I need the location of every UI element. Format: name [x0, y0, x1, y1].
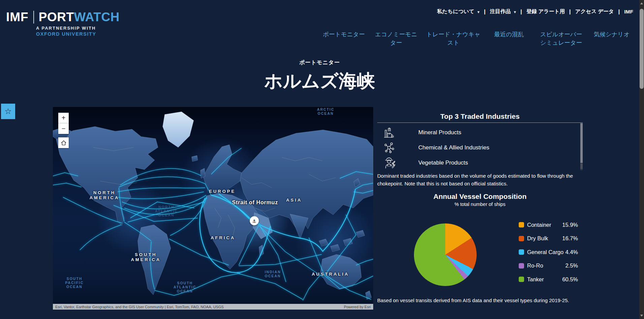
- logo-divider: [33, 11, 34, 24]
- legend-item-ro-ro[interactable]: Ro-Ro 2.5%: [519, 261, 578, 271]
- nav-featured-label: 注目作品: [490, 8, 511, 15]
- industries-scrollbar-end[interactable]: [580, 164, 583, 169]
- hero-eyebrow: ポートモニター: [0, 59, 639, 66]
- portwatch-wordmark: PORTWATCH: [39, 10, 120, 24]
- world-map[interactable]: NORTH AMERICA EUROPE ASIA AFRICA SOUTH A…: [53, 107, 373, 310]
- scroll-down-arrow[interactable]: [640, 315, 643, 317]
- page-title: ホルムズ海峡: [0, 69, 639, 94]
- pie-legend: Container 15.9% Dry Bulk 16.7% General C…: [519, 220, 578, 288]
- legend-swatch: [519, 277, 524, 282]
- chevron-down-icon: [514, 9, 516, 15]
- industries-note: Dominant traded industries based on the …: [377, 172, 584, 187]
- zoom-out-button[interactable]: −: [58, 123, 69, 134]
- nav-separator: [569, 8, 571, 15]
- industries-list: Mineral Products Chemical & Allied Indus…: [377, 122, 583, 172]
- vessel-composition-subtitle: % total number of ships: [377, 202, 583, 207]
- world-map-graphic: [53, 107, 373, 310]
- legend-label: Container: [527, 222, 551, 228]
- list-item: Mineral Products: [377, 125, 583, 140]
- vessel-composition-footnote: Based on vessel transits derived from AI…: [377, 297, 586, 303]
- legend-label: Tanker: [527, 276, 544, 283]
- legend-swatch: [519, 222, 524, 227]
- imf-wordmark: IMF: [6, 10, 29, 24]
- anchor-icon: ⚓: [252, 218, 257, 223]
- zoom-in-button[interactable]: +: [58, 113, 69, 123]
- tab-recent-disruptions[interactable]: 最近の混乱: [487, 30, 531, 39]
- nav-about[interactable]: 私たちについて: [437, 8, 480, 15]
- legend-item-container[interactable]: Container 15.9%: [519, 220, 578, 229]
- tab-economy-monitor[interactable]: エコノミーモニター: [372, 30, 420, 47]
- legend-label: Dry Bulk: [527, 235, 548, 242]
- nav-signup-alerts-label: 登録 アラート用: [526, 8, 565, 15]
- industries-scrollbar-thumb[interactable]: [580, 123, 583, 163]
- tab-spillover-simulator[interactable]: スピルオーバーシミュレーター: [537, 30, 585, 47]
- main-nav: ポートモニター エコノミーモニター トレード・ナウキャスト 最近の混乱 スピルオ…: [319, 30, 635, 47]
- favorite-button[interactable]: ☆: [1, 104, 15, 119]
- legend-item-general-cargo[interactable]: General Cargo 4.4%: [519, 247, 578, 257]
- scroll-up-arrow[interactable]: [640, 2, 643, 4]
- legend-swatch: [519, 236, 524, 241]
- portwatch-port: PORT: [39, 10, 74, 24]
- home-icon: [60, 140, 67, 146]
- industries-title: Top 3 Traded Industries: [377, 112, 583, 120]
- industry-label: Chemical & Allied Industries: [418, 144, 489, 151]
- partnership-tagline: A PARTNERSHIP WITH: [36, 26, 120, 31]
- legend-value: 16.7%: [562, 235, 578, 242]
- tab-port-monitor[interactable]: ポートモニター: [322, 30, 366, 39]
- nav-featured[interactable]: 注目作品: [490, 8, 516, 15]
- portwatch-watch: WATCH: [74, 10, 119, 24]
- industry-label: Mineral Products: [418, 129, 461, 136]
- nav-access-data-label: アクセス データ: [575, 8, 614, 15]
- legend-value: 2.5%: [565, 262, 578, 269]
- list-item: Vegetable Products: [377, 155, 583, 170]
- legend-swatch: [519, 249, 524, 255]
- attribution-sources: Esri, Vantor, Earthstar Geographics, and…: [55, 305, 224, 309]
- nav-separator: [520, 8, 522, 15]
- industries-scrollbar: [580, 123, 583, 170]
- map-attribution: Esri, Vantor, Earthstar Geographics, and…: [53, 304, 373, 310]
- vessel-composition-title: Annual Vessel Composition: [377, 192, 583, 201]
- chevron-down-icon: [477, 9, 480, 15]
- page-scrollbar: [639, 0, 644, 319]
- nav-signup-alerts[interactable]: 登録 アラート用: [526, 8, 565, 15]
- legend-item-tanker[interactable]: Tanker 60.5%: [519, 275, 578, 284]
- factory-icon: [381, 126, 397, 140]
- brand-logo[interactable]: IMF PORTWATCH A PARTNERSHIP WITH OXFORD …: [6, 10, 120, 37]
- nav-separator: [484, 8, 486, 15]
- legend-swatch: [519, 263, 524, 269]
- map-controls: + −: [58, 113, 69, 148]
- legend-item-dry-bulk[interactable]: Dry Bulk 16.7%: [519, 234, 578, 243]
- nav-imf-label: IMF: [624, 9, 633, 15]
- utility-nav: 私たちについて 注目作品 登録 アラート用 アクセス データ IMF: [437, 8, 633, 15]
- page-scrollbar-thumb[interactable]: [640, 9, 644, 89]
- legend-label: General Cargo: [527, 249, 564, 255]
- list-item: Chemical & Allied Industries: [377, 140, 583, 155]
- home-extent-button[interactable]: [58, 137, 69, 148]
- oxford-university-label: OXFORD UNIVERSITY: [36, 31, 120, 37]
- vessel-composition-pie[interactable]: [414, 223, 477, 286]
- nav-access-data[interactable]: アクセス データ: [575, 8, 614, 15]
- industry-label: Vegetable Products: [418, 160, 468, 166]
- farmer-icon: [381, 156, 397, 170]
- legend-value: 15.9%: [562, 222, 578, 228]
- legend-value: 4.4%: [565, 249, 578, 255]
- nav-imf-link[interactable]: IMF: [624, 9, 633, 15]
- nav-separator: [618, 8, 620, 15]
- tab-trade-nowcast[interactable]: トレード・ナウキャスト: [426, 30, 481, 47]
- nav-about-label: 私たちについて: [437, 8, 475, 15]
- powered-by-esri-link[interactable]: Powered by Esri: [344, 305, 371, 309]
- legend-value: 60.5%: [562, 276, 578, 283]
- chokepoint-marker[interactable]: ⚓: [250, 216, 259, 225]
- hero: ポートモニター ホルムズ海峡: [0, 59, 639, 94]
- molecule-icon: [381, 141, 397, 155]
- tab-climate-scenarios[interactable]: 気候シナリオ: [591, 30, 632, 39]
- star-icon: ☆: [4, 107, 12, 115]
- legend-label: Ro-Ro: [527, 262, 543, 269]
